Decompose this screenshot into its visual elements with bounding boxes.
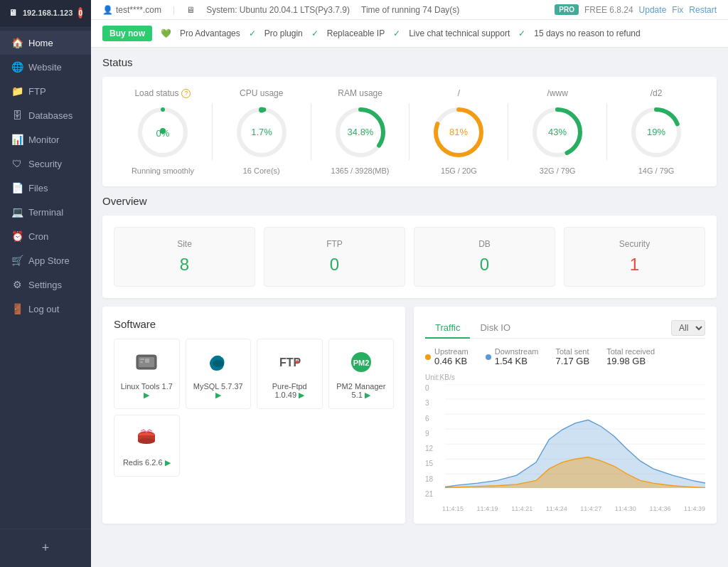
software-pureftpd[interactable]: FTP ✦ Pure-Ftpd 1.0.49 ▶ — [257, 339, 323, 409]
promo-ip: Replaceable IP — [327, 28, 385, 38]
update-link[interactable]: Update — [639, 5, 667, 15]
svg-text:34.8%: 34.8% — [347, 127, 373, 137]
notification-badge: 0 — [78, 7, 82, 18]
overview-ftp-label: FTP — [276, 239, 393, 249]
x-label-2: 11:4:19 — [477, 505, 498, 512]
add-button[interactable]: + — [11, 536, 80, 560]
sidebar-label-settings: Settings — [28, 280, 62, 290]
downstream-value: 1.54 KB — [495, 356, 539, 366]
svg-text:81%: 81% — [449, 127, 468, 137]
check3-icon: ✓ — [393, 28, 400, 38]
gauge-ram-svg: 34.8% — [332, 104, 389, 161]
gauge-d2: /d2 19% 14G / 79G — [607, 88, 705, 175]
legend-upstream: Upstream 0.46 KB — [425, 347, 469, 366]
sidebar-item-databases[interactable]: 🗄 Databases — [0, 103, 91, 127]
gauge-www-sub: 32G / 79G — [540, 166, 576, 175]
sidebar: 🖥 192.168.1.123 0 🏠 Home 🌐 Website 📁 FTP… — [0, 0, 91, 567]
sidebar-item-logout[interactable]: 🚪 Log out — [0, 297, 91, 321]
software-grid: Linux Tools 1.7 ▶ MySQL 5.7.37 ▶ — [114, 339, 394, 477]
svg-point-33 — [138, 438, 155, 444]
gauge-ram-sub: 1365 / 3928(MB) — [331, 166, 390, 175]
buy-now-button[interactable]: Buy now — [102, 26, 152, 41]
fix-link[interactable]: Fix — [672, 5, 683, 15]
sidebar-item-terminal[interactable]: 💻 Terminal — [0, 200, 91, 224]
topbar: 👤 test****.com | 🖥 System: Ubuntu 20.04.… — [91, 0, 728, 20]
traffic-tabs: Traffic Disk IO All 1h 6h 1d — [425, 318, 705, 339]
upstream-value: 0.46 KB — [434, 356, 469, 366]
topbar-user: 👤 test****.com — [102, 5, 161, 15]
overview-site-value: 8 — [126, 255, 243, 275]
gauge-root-svg: 81% — [430, 104, 487, 161]
software-linux-tools[interactable]: Linux Tools 1.7 ▶ — [114, 339, 180, 409]
software-pm2[interactable]: PM2 PM2 Manager 5.1 ▶ — [328, 339, 395, 409]
sidebar-item-appstore[interactable]: 🛒 App Store — [0, 248, 91, 272]
total-received-value: 19.98 GB — [606, 356, 655, 366]
downstream-dot — [486, 354, 491, 360]
sidebar-label-website: Website — [28, 62, 62, 73]
sidebar-item-website[interactable]: 🌐 Website — [0, 55, 91, 79]
gauge-root: / 81% 15G / 20G — [410, 88, 508, 175]
total-sent-info: Total sent 7.17 GB — [555, 347, 589, 366]
plus-icon: + — [42, 541, 50, 556]
overview-ftp-value: 0 — [276, 255, 393, 275]
y-label-3: 3 — [425, 399, 442, 407]
overview-db-label: DB — [426, 239, 543, 249]
settings-icon: ⚙ — [11, 279, 23, 290]
overview-security-value: 1 — [576, 255, 693, 275]
y-label-15: 15 — [425, 460, 442, 467]
y-label-0: 0 — [425, 384, 442, 392]
svg-rect-22 — [140, 359, 144, 360]
sidebar-item-home[interactable]: 🏠 Home — [0, 31, 91, 55]
sidebar-item-files[interactable]: 📄 Files — [0, 176, 91, 200]
x-label-4: 11:4:24 — [546, 505, 567, 512]
pro-badge: PRO — [555, 4, 579, 15]
sidebar-label-home: Home — [28, 38, 53, 48]
status-title: Status — [102, 56, 717, 68]
gauge-load-sub: Running smoothly — [132, 166, 194, 175]
ftp-icon: 📁 — [11, 85, 23, 97]
upstream-info: Upstream 0.46 KB — [434, 347, 469, 366]
sidebar-item-cron[interactable]: ⏰ Cron — [0, 224, 91, 248]
pureftpd-name: Pure-Ftpd 1.0.49 ▶ — [263, 382, 316, 400]
y-label-6: 6 — [425, 415, 442, 423]
total-received-label: Total received — [606, 347, 655, 356]
overview-site-label: Site — [126, 239, 243, 249]
main-content: 👤 test****.com | 🖥 System: Ubuntu 20.04.… — [91, 0, 728, 567]
svg-rect-23 — [140, 361, 143, 363]
overview-db-value: 0 — [426, 255, 543, 275]
pro-heart-icon: 💚 — [161, 28, 171, 38]
x-label-8: 11:4:39 — [684, 505, 705, 512]
tab-diskio[interactable]: Disk IO — [470, 318, 520, 339]
total-sent-label: Total sent — [555, 347, 589, 356]
restart-link[interactable]: Restart — [689, 5, 717, 15]
traffic-filter-select[interactable]: All 1h 6h 1d — [671, 320, 705, 336]
appstore-icon: 🛒 — [11, 255, 23, 266]
files-icon: 📄 — [11, 182, 23, 194]
x-label-7: 11:4:36 — [649, 505, 670, 512]
software-mysql[interactable]: MySQL 5.7.37 ▶ — [186, 339, 252, 409]
tab-traffic[interactable]: Traffic — [425, 318, 470, 339]
promo-plugin: Pro plugin — [264, 28, 303, 38]
promo-chat: Live chat technical support — [409, 28, 510, 38]
traffic-chart — [445, 384, 705, 488]
x-label-3: 11:4:21 — [511, 505, 532, 512]
gauge-cpu: CPU usage 1.7% 16 Core(s) — [213, 88, 311, 175]
sidebar-label-databases: Databases — [28, 110, 73, 121]
gauge-www-label: /www — [547, 88, 568, 98]
sidebar-item-settings[interactable]: ⚙ Settings — [0, 272, 91, 297]
pureftpd-icon: FTP ✦ — [275, 348, 304, 376]
topbar-username: test****.com — [116, 5, 161, 15]
promo-bar: Buy now 💚 Pro Advantages ✓ Pro plugin ✓ … — [91, 20, 728, 48]
sidebar-nav: 🏠 Home 🌐 Website 📁 FTP 🗄 Databases 📊 Mon… — [0, 26, 91, 529]
sidebar-label-logout: Log out — [28, 304, 59, 314]
downstream-info: Downstream 1.54 KB — [495, 347, 539, 366]
info-icon[interactable]: ? — [181, 89, 191, 98]
gauge-d2-label: /d2 — [651, 88, 663, 98]
software-redis[interactable]: Redis 6.2.6 ▶ — [114, 415, 180, 477]
sidebar-item-security[interactable]: 🛡 Security — [0, 152, 91, 176]
x-label-1: 11:4:15 — [442, 505, 464, 512]
sidebar-item-monitor[interactable]: 📊 Monitor — [0, 127, 91, 152]
sidebar-item-ftp[interactable]: 📁 FTP — [0, 79, 91, 103]
gauge-cpu-label: CPU usage — [240, 88, 283, 98]
svg-text:PM2: PM2 — [353, 359, 369, 367]
